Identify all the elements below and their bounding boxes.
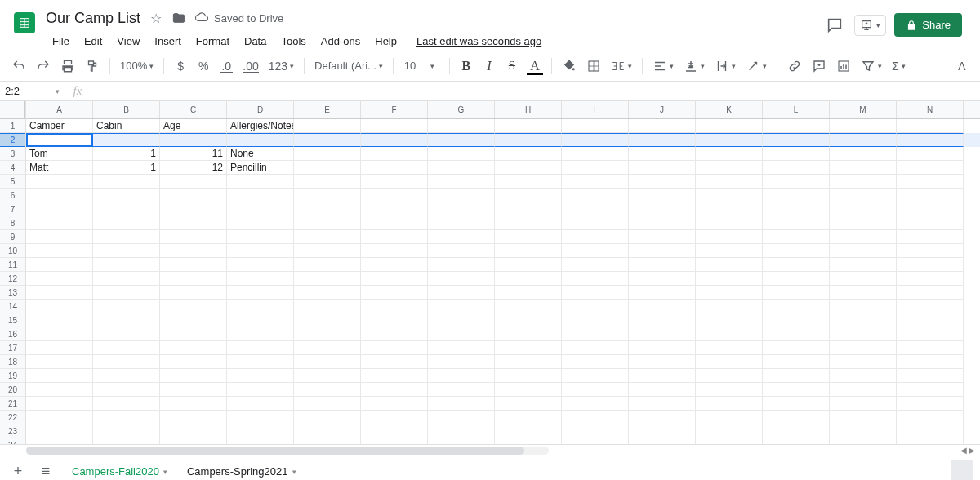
col-header-J[interactable]: J (629, 101, 696, 118)
cell-G10[interactable] (428, 244, 495, 258)
cell-J7[interactable] (629, 202, 696, 216)
cell-C22[interactable] (160, 411, 227, 424)
cell-C12[interactable] (160, 272, 227, 286)
filter-button[interactable] (858, 56, 885, 77)
cell-L5[interactable] (763, 175, 830, 189)
cell-B14[interactable] (93, 300, 160, 313)
cell-G23[interactable] (428, 424, 495, 438)
cell-B1[interactable]: Cabin (93, 119, 160, 133)
move-icon[interactable] (172, 11, 186, 25)
cell-C7[interactable] (160, 202, 227, 216)
cell-I12[interactable] (562, 272, 629, 286)
cell-B21[interactable] (93, 397, 160, 411)
cell-A16[interactable] (26, 327, 93, 341)
cell-H22[interactable] (495, 411, 562, 424)
cell-M3[interactable] (830, 147, 897, 161)
cell-D16[interactable] (227, 327, 294, 341)
cell-J6[interactable] (629, 189, 696, 202)
cell-B3[interactable]: 1 (93, 147, 160, 161)
row-header-2[interactable]: 2 (0, 133, 25, 147)
cell-A19[interactable] (26, 369, 93, 383)
undo-button[interactable] (8, 56, 29, 77)
cell-L3[interactable] (763, 147, 830, 161)
cell-F2[interactable] (361, 133, 428, 147)
cell-H12[interactable] (495, 272, 562, 286)
more-formats-button[interactable]: 123 (265, 56, 297, 77)
col-header-N[interactable]: N (897, 101, 964, 118)
cell-F17[interactable] (361, 341, 428, 355)
cell-I19[interactable] (562, 369, 629, 383)
cell-M1[interactable] (830, 119, 897, 133)
cell-A11[interactable] (26, 258, 93, 272)
cell-L20[interactable] (763, 383, 830, 397)
cell-H24[interactable] (495, 438, 562, 444)
cell-I2[interactable] (562, 133, 629, 147)
cell-G1[interactable] (428, 119, 495, 133)
row-header-22[interactable]: 22 (0, 411, 25, 424)
cell-K23[interactable] (696, 424, 763, 438)
cell-J3[interactable] (629, 147, 696, 161)
cell-F20[interactable] (361, 383, 428, 397)
cell-B6[interactable] (93, 189, 160, 202)
borders-button[interactable] (583, 56, 604, 77)
cell-J19[interactable] (629, 369, 696, 383)
increase-decimal-button[interactable]: .00 (239, 56, 261, 77)
cell-H20[interactable] (495, 383, 562, 397)
cell-B18[interactable] (93, 355, 160, 369)
paint-format-button[interactable] (82, 56, 103, 77)
last-edit-link[interactable]: Last edit was seconds ago (410, 32, 548, 51)
cell-M18[interactable] (830, 355, 897, 369)
cell-K24[interactable] (696, 438, 763, 444)
cell-A7[interactable] (26, 202, 93, 216)
cell-C16[interactable] (160, 327, 227, 341)
decrease-decimal-button[interactable]: .0 (216, 56, 236, 77)
cell-N18[interactable] (897, 355, 964, 369)
merge-button[interactable] (608, 56, 635, 77)
row-header-3[interactable]: 3 (0, 147, 25, 161)
cell-E24[interactable] (294, 438, 361, 444)
cell-E14[interactable] (294, 300, 361, 313)
cell-L7[interactable] (763, 202, 830, 216)
cell-B8[interactable] (93, 216, 160, 230)
cell-I23[interactable] (562, 424, 629, 438)
cell-A5[interactable] (26, 175, 93, 189)
cell-J17[interactable] (629, 341, 696, 355)
cell-J10[interactable] (629, 244, 696, 258)
cell-L15[interactable] (763, 313, 830, 327)
spreadsheet-grid[interactable]: 1234567891011121314151617181920212223242… (0, 101, 980, 444)
cell-K14[interactable] (696, 300, 763, 313)
currency-button[interactable]: $ (171, 56, 190, 77)
cell-L11[interactable] (763, 258, 830, 272)
cell-L8[interactable] (763, 216, 830, 230)
row-header-23[interactable]: 23 (0, 424, 25, 438)
cell-F10[interactable] (361, 244, 428, 258)
cell-B12[interactable] (93, 272, 160, 286)
row-header-9[interactable]: 9 (0, 230, 25, 244)
cell-J18[interactable] (629, 355, 696, 369)
cell-D7[interactable] (227, 202, 294, 216)
menu-file[interactable]: File (46, 32, 76, 51)
menu-format[interactable]: Format (189, 32, 236, 51)
cell-D22[interactable] (227, 411, 294, 424)
cell-G18[interactable] (428, 355, 495, 369)
print-button[interactable] (57, 56, 78, 77)
cell-H23[interactable] (495, 424, 562, 438)
cell-H13[interactable] (495, 286, 562, 300)
share-button[interactable]: Share (894, 13, 962, 37)
cell-I11[interactable] (562, 258, 629, 272)
menu-add-ons[interactable]: Add-ons (314, 32, 367, 51)
cell-F16[interactable] (361, 327, 428, 341)
menu-insert[interactable]: Insert (148, 32, 188, 51)
cell-J2[interactable] (629, 133, 696, 147)
sheet-tab-Campers-Fall2020[interactable]: Campers-Fall2020▾ (62, 459, 177, 480)
col-header-E[interactable]: E (294, 101, 361, 118)
cell-N16[interactable] (897, 327, 964, 341)
cell-D3[interactable]: None (227, 147, 294, 161)
col-header-A[interactable]: A (26, 101, 93, 118)
cell-F12[interactable] (361, 272, 428, 286)
cell-H9[interactable] (495, 230, 562, 244)
cell-C21[interactable] (160, 397, 227, 411)
cell-E17[interactable] (294, 341, 361, 355)
cell-J12[interactable] (629, 272, 696, 286)
fill-color-button[interactable] (559, 56, 580, 77)
